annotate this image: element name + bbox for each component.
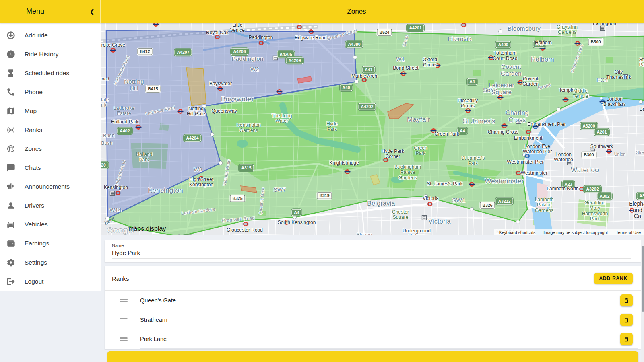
zone-vertex-handle[interactable]: [639, 100, 643, 104]
drag-handle-icon[interactable]: [120, 336, 128, 342]
rank-name: Park Lane: [140, 336, 167, 342]
header-bar: Menu ❮ Zones: [0, 0, 644, 23]
zone-vertex-handle[interactable]: [521, 172, 524, 176]
trash-icon: [623, 298, 630, 304]
page-title: Zones: [101, 0, 613, 23]
sidebar-header: Menu ❮: [0, 0, 101, 23]
rank-list: Queen's GateStrathearnPark Lane: [105, 291, 641, 349]
keyboard-shortcuts-link[interactable]: Keyboard shortcuts: [499, 230, 535, 235]
rank-row: Park Lane: [105, 329, 641, 349]
terms-of-use-link[interactable]: Terms of Use: [616, 230, 641, 235]
sidebar-item-chats[interactable]: Chats: [0, 158, 101, 177]
sidebar-item-drivers[interactable]: Drivers: [0, 196, 101, 215]
zone-vertex-handle[interactable]: [424, 195, 428, 198]
map-attribution: Keyboard shortcuts Image may be subject …: [494, 229, 644, 235]
sidebar-item-label: Zones: [25, 145, 42, 152]
sidebar-item-label: Earnings: [25, 240, 49, 247]
zone-vertex-handle[interactable]: [355, 80, 359, 84]
hourglass-icon: [6, 69, 15, 78]
sidebar-item-earnings[interactable]: Earnings: [0, 234, 101, 253]
zone-vertex-handle[interactable]: [211, 133, 214, 136]
rank-name: Strathearn: [140, 317, 167, 323]
sidebar-item-label: Chats: [25, 164, 41, 171]
sidebar-item-add-ride[interactable]: Add ride: [0, 26, 101, 45]
ranks-header: Ranks ADD RANK: [105, 266, 641, 291]
drag-handle-icon[interactable]: [120, 317, 128, 323]
copyright-notice: Image may be subject to copyright: [543, 230, 608, 235]
sidebar-item-scheduled-rides[interactable]: Scheduled rides: [0, 64, 101, 82]
zone-vertex-handle[interactable]: [293, 216, 297, 219]
zone-vertex-handle[interactable]: [219, 161, 223, 165]
drag-handle-icon[interactable]: [120, 298, 128, 303]
sidebar-item-logout[interactable]: Logout: [0, 272, 101, 291]
wallet-icon: [6, 239, 15, 248]
sidebar-item-label: Announcements: [25, 183, 70, 190]
zone-vertex-handle[interactable]: [499, 30, 502, 33]
zone-vertex-handle[interactable]: [353, 56, 357, 59]
zone-vertex-handle[interactable]: [523, 153, 526, 157]
trash-icon: [623, 336, 630, 342]
zone-vertex-handle[interactable]: [516, 220, 520, 224]
sidebar-item-label: Vehicles: [25, 221, 48, 228]
zone-vertex-handle[interactable]: [353, 30, 356, 34]
zone-vertex-handle[interactable]: [470, 208, 474, 211]
save-button[interactable]: [107, 351, 638, 362]
zone-vertex-handle[interactable]: [202, 105, 206, 108]
person-icon: [6, 201, 15, 210]
rank-name: Queen's Gate: [140, 297, 176, 304]
zone-name-card: Name: [105, 240, 641, 262]
sidebar-item-label: Drivers: [25, 202, 44, 209]
car-icon: [6, 220, 15, 229]
sidebar-menu: Add rideRide HistoryScheduled ridesPhone…: [0, 23, 101, 291]
sidebar-item-label: Phone: [25, 88, 43, 96]
sidebar-item-vehicles[interactable]: Vehicles: [0, 215, 101, 234]
plus-circle-icon: [6, 31, 15, 40]
sidebar-item-label: Add ride: [25, 32, 48, 39]
sidebar-item-phone[interactable]: Phone: [0, 82, 101, 101]
maps-display-label: maps display: [128, 225, 166, 232]
sidebar-item-map[interactable]: Map: [0, 101, 101, 120]
logout-icon: [6, 277, 15, 286]
map-canvas[interactable]: B412A4207A4206A4205A4209B524A4201A4380A4…: [101, 23, 644, 235]
sidebar-item-label: Map: [25, 107, 37, 115]
rank-row: Strathearn: [105, 310, 641, 329]
chat-icon: [6, 163, 15, 172]
map-graphics: [101, 23, 644, 235]
zone-vertex-handle[interactable]: [557, 108, 561, 111]
map-icon: [6, 107, 15, 115]
sidebar-item-label: Scheduled rides: [25, 70, 69, 77]
zone-detail-panel: Name Ranks ADD RANK Queen's GateStrathea…: [101, 235, 644, 362]
sidebar-item-label: Ranks: [25, 126, 42, 134]
ranks-card: Ranks ADD RANK Queen's GateStrathearnPar…: [105, 266, 641, 349]
sidebar-item-label: Settings: [25, 259, 47, 266]
sidebar: Add rideRide HistoryScheduled ridesPhone…: [0, 23, 101, 362]
sidebar-item-settings[interactable]: Settings: [0, 253, 101, 272]
gear-icon: [6, 258, 15, 267]
megaphone-icon: [6, 182, 15, 191]
ranks-title: Ranks: [112, 275, 129, 282]
clock-icon: [6, 50, 15, 59]
sidebar-item-ride-history[interactable]: Ride History: [0, 45, 101, 64]
sidebar-item-announcements[interactable]: Announcements: [0, 177, 101, 196]
scrollbar[interactable]: [641, 235, 644, 362]
phone-icon: [6, 88, 15, 97]
zone-vertex-handle[interactable]: [586, 94, 590, 97]
globe-icon: [6, 144, 15, 153]
collapse-sidebar-icon[interactable]: ❮: [89, 0, 95, 23]
app-root: Menu ❮ Zones Add rideRide HistorySchedul…: [0, 0, 644, 362]
delete-rank-button[interactable]: [620, 333, 633, 345]
scrollbar-thumb[interactable]: [642, 246, 644, 312]
delete-rank-button[interactable]: [620, 314, 633, 326]
sidebar-item-ranks[interactable]: Ranks: [0, 120, 101, 139]
add-rank-button[interactable]: ADD RANK: [594, 273, 633, 284]
delete-rank-button[interactable]: [620, 294, 633, 306]
menu-title: Menu: [0, 0, 70, 23]
trash-icon: [623, 317, 630, 323]
signal-icon: [6, 125, 15, 134]
zone-vertex-handle[interactable]: [530, 122, 534, 126]
sidebar-item-zones[interactable]: Zones: [0, 139, 101, 158]
name-input[interactable]: [112, 249, 631, 259]
name-field-label: Name: [112, 243, 641, 248]
sidebar-item-label: Logout: [25, 278, 43, 285]
sidebar-item-label: Ride History: [25, 51, 58, 58]
